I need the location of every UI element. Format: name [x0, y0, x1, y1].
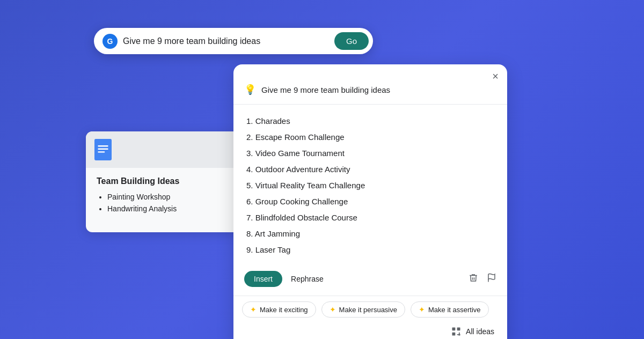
gemini-logo-icon: G: [103, 34, 118, 49]
make-exciting-chip[interactable]: ✦ Make it exciting: [242, 301, 316, 318]
list-item: 5. Virtual Reality Team Challenge: [246, 178, 494, 194]
all-ideas-label: All ideas: [466, 327, 494, 336]
ai-response-panel: × 💡 Give me 9 more team building ideas 1…: [233, 64, 507, 339]
sparkle-icon: ✦: [250, 305, 257, 314]
ai-panel-prompt: 💡 Give me 9 more team building ideas: [233, 82, 507, 105]
insert-button[interactable]: Insert: [244, 271, 282, 287]
doc-card-body: Team Building Ideas Painting Workshop Ha…: [86, 168, 244, 232]
idea-list: 1. Charades 2. Escape Room Challenge 3. …: [246, 113, 494, 258]
svg-rect-3: [98, 151, 105, 152]
list-item: 9. Laser Tag: [246, 242, 494, 258]
rephrase-button[interactable]: Rephrase: [291, 275, 324, 283]
svg-rect-1: [98, 145, 108, 146]
list-item: 8. Art Jamming: [246, 226, 494, 242]
svg-rect-7: [452, 333, 456, 336]
make-assertive-chip[interactable]: ✦ Make it assertive: [411, 301, 489, 318]
list-item: 4. Outdoor Adventure Activity: [246, 161, 494, 178]
list-item: 3. Video Game Tournament: [246, 145, 494, 161]
ai-panel-header: ×: [233, 64, 507, 82]
doc-card-header: [86, 131, 244, 168]
search-bar[interactable]: G Give me 9 more team building ideas Go: [94, 28, 373, 54]
all-ideas-icon: [451, 326, 462, 337]
doc-card: Team Building Ideas Painting Workshop Ha…: [86, 131, 244, 232]
doc-title: Team Building Ideas: [97, 176, 233, 186]
delete-button[interactable]: [469, 273, 478, 285]
go-button[interactable]: Go: [334, 32, 369, 50]
chip-label: Make it exciting: [260, 306, 308, 314]
svg-rect-2: [98, 149, 108, 150]
flag-button[interactable]: [487, 273, 496, 285]
svg-rect-5: [452, 328, 456, 331]
bulb-icon: 💡: [244, 84, 256, 95]
close-button[interactable]: ×: [492, 71, 499, 82]
sparkle-icon: ✦: [330, 305, 336, 314]
list-item: 6. Group Cooking Challenge: [246, 194, 494, 210]
doc-list: Painting Workshop Handwriting Analysis: [97, 193, 233, 213]
prompt-text: Give me 9 more team building ideas: [261, 85, 390, 94]
action-icons: [469, 273, 496, 285]
sparkle-icon: ✦: [419, 305, 425, 314]
make-persuasive-chip[interactable]: ✦ Make it persuasive: [321, 301, 405, 318]
all-ideas-button[interactable]: All ideas: [447, 323, 499, 339]
svg-rect-8: [458, 334, 460, 335]
doc-icon: [94, 139, 112, 160]
chip-label: Make it assertive: [428, 306, 481, 314]
list-item: 1. Charades: [246, 113, 494, 129]
search-input: Give me 9 more team building ideas: [123, 36, 329, 46]
list-item: 7. Blindfolded Obstacle Course: [246, 210, 494, 226]
svg-rect-6: [457, 328, 460, 331]
list-item: 2. Escape Room Challenge: [246, 129, 494, 145]
list-item: Handwriting Analysis: [107, 204, 233, 213]
chip-label: Make it persuasive: [339, 306, 397, 314]
ai-panel-content: 1. Charades 2. Escape Room Challenge 3. …: [233, 105, 507, 267]
list-item: Painting Workshop: [107, 193, 233, 201]
suggestion-chips: ✦ Make it exciting ✦ Make it persuasive …: [233, 296, 507, 339]
ai-panel-actions: Insert Rephrase: [233, 267, 507, 296]
